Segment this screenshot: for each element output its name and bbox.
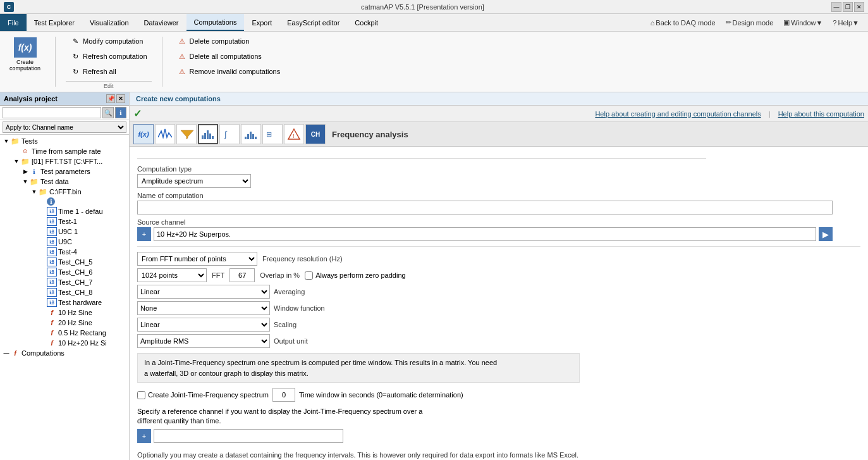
tree-item-time-1[interactable]: ㎅ Time 1 - defau <box>0 206 129 216</box>
comp-type-damage[interactable]: ! <box>284 124 304 144</box>
computation-type-select[interactable]: Amplitude spectrum Phase spectrum Power … <box>137 174 251 188</box>
comp-type-channel[interactable]: CH <box>305 124 326 144</box>
menu-export[interactable]: Export <box>244 14 279 31</box>
tree-item-test-ch5[interactable]: ㎅ Test_CH_5 <box>0 257 129 267</box>
tree-toggle-comp[interactable]: — <box>3 350 10 356</box>
tree-toggle-td[interactable]: ▼ <box>21 178 29 185</box>
sidebar-info-button[interactable]: ℹ <box>115 107 126 118</box>
restore-button[interactable]: ❐ <box>843 2 853 12</box>
ref-channel-button[interactable]: + <box>137 429 151 443</box>
tree-item-test-params[interactable]: ▶ ℹ Test parameters <box>0 166 129 177</box>
sidebar-pin-button[interactable]: 📌 <box>106 94 115 103</box>
channel-icon-u9c: ㎅ <box>47 237 57 246</box>
tree-item-10-20hz[interactable]: f 10 Hz+20 Hz Si <box>0 338 129 348</box>
edit-group-label: Edit <box>66 81 152 89</box>
menu-visualization[interactable]: Visualization <box>82 14 137 31</box>
fft-from-select[interactable]: From FFT number of points From frequency… <box>137 252 257 266</box>
menu-computations[interactable]: Computations <box>186 14 245 31</box>
tree-item-u9c[interactable]: ㎅ U9C <box>0 237 129 247</box>
svg-text:∫: ∫ <box>224 129 228 139</box>
comp-type-waveform[interactable] <box>155 124 175 144</box>
freq-res-value[interactable] <box>229 268 255 282</box>
source-channel-input[interactable] <box>154 227 816 241</box>
joint-checkbox-row: Create Joint-Time-Frequency spectrum Tim… <box>137 388 860 402</box>
refresh-computation-button[interactable]: ↻ Refresh computation <box>66 49 152 63</box>
tree-item-fft-tst[interactable]: ▼ 📁 [01] FFT.TST [C:\FFT... <box>0 156 129 166</box>
delete-label: Delete computation <box>190 37 250 45</box>
sidebar-filter-select[interactable]: Apply to: Channel name <box>3 121 126 133</box>
tree-item-test-1[interactable]: ㎅ Test-1 <box>0 216 129 227</box>
tree-toggle-tests[interactable]: ▼ <box>3 138 10 144</box>
fft-type-label: FFT <box>212 271 224 279</box>
scaling-select[interactable]: Linear dB dB(A) <box>137 318 270 332</box>
source-channel-button[interactable]: + <box>137 227 151 241</box>
tree-item-test-hardware[interactable]: ㎅ Test hardware <box>0 297 129 308</box>
tree-item-tests[interactable]: ▼ 📁 Tests <box>0 136 129 146</box>
comp-type-filter[interactable] <box>176 124 197 144</box>
window-button[interactable]: ▣ Window▼ <box>779 17 826 28</box>
tree-item-test4[interactable]: ㎅ Test-4 <box>0 247 129 257</box>
tree-item-20hz[interactable]: f 20 Hz Sine <box>0 318 129 328</box>
tree-item-u9c1[interactable]: ㎅ U9C 1 <box>0 227 129 237</box>
help-link-1[interactable]: Help about creating and editing computat… <box>595 110 761 118</box>
tree-toggle-fft[interactable]: ▼ <box>13 158 20 165</box>
tree-item-time-sample[interactable]: ⊙ Time from sample rate <box>0 146 129 156</box>
menu-file[interactable]: File <box>0 14 27 31</box>
sidebar-search-input[interactable] <box>3 107 101 118</box>
menu-easyscript[interactable]: EasyScript editor <box>279 14 347 31</box>
refresh-all-button[interactable]: ↻ Refresh all <box>66 65 152 78</box>
joint-checkbox[interactable] <box>137 391 145 399</box>
fft-points-select[interactable]: 1024 points 512 points 2048 points 4096 … <box>137 268 207 282</box>
tree-toggle-tp[interactable]: ▶ <box>21 168 29 175</box>
modify-computation-button[interactable]: ✎ Modify computation <box>66 34 152 48</box>
menu-test-explorer[interactable]: Test Explorer <box>27 14 82 31</box>
tree-label-fft-tst: [01] FFT.TST [C:\FFT... <box>32 158 102 165</box>
comp-type-integral[interactable]: ∫ <box>219 124 240 144</box>
close-button[interactable]: ✕ <box>854 2 864 12</box>
channel-icon-hardware: ㎅ <box>47 298 57 307</box>
averaging-select[interactable]: Linear Exponential None <box>137 285 270 299</box>
sidebar-close-button[interactable]: ✕ <box>116 94 125 103</box>
delete-computation-button[interactable]: ⚠ Delete computation <box>173 34 285 48</box>
zero-padding-checkbox[interactable] <box>305 271 313 280</box>
name-input[interactable] <box>137 201 833 214</box>
averaging-row: Linear Exponential None Averaging <box>137 285 860 299</box>
tree-label-test-hardware: Test hardware <box>58 299 102 306</box>
window-func-select[interactable]: None Hanning Hamming Flat Top Blackman-H… <box>137 301 270 315</box>
tree-item-computations[interactable]: — f Computations <box>0 348 129 358</box>
tree-item-test-ch7[interactable]: ㎅ Test_CH_7 <box>0 277 129 287</box>
design-mode-button[interactable]: ✏ Design mode <box>722 17 778 28</box>
tree-toggle-bin[interactable]: ▼ <box>30 189 38 195</box>
comp-type-fft[interactable] <box>198 124 218 144</box>
remove-invalid-button[interactable]: ⚠ Remove invalid computations <box>173 65 285 78</box>
tree-item-10hz[interactable]: f 10 Hz Sine <box>0 308 129 318</box>
create-computation-button[interactable]: f(x) Createcomputation <box>5 34 45 75</box>
delete-all-button[interactable]: ⚠ Delete all computations <box>173 49 285 63</box>
comp-type-level[interactable]: ⊞ <box>262 124 283 144</box>
accept-button[interactable]: ✓ <box>133 108 142 120</box>
help-link-2[interactable]: Help about this computation <box>778 110 864 118</box>
joint-time-input[interactable] <box>272 388 295 402</box>
help-button[interactable]: ? Help▼ <box>829 18 863 28</box>
svg-rect-2 <box>207 130 209 139</box>
back-daq-button[interactable]: ⌂ Back to DAQ mode <box>647 18 719 28</box>
source-channel-edit-button[interactable]: ▶ <box>819 227 833 241</box>
channel-icon-test4: ㎅ <box>47 247 57 256</box>
tree-label-test-ch6: Test_CH_6 <box>58 268 92 276</box>
menu-dataviewer[interactable]: Dataviewer <box>137 14 186 31</box>
tree-item-info[interactable]: ℹ <box>0 197 129 206</box>
sidebar-search-button[interactable]: 🔍 <box>102 107 114 118</box>
comp-type-histogram[interactable] <box>241 124 261 144</box>
tree-item-test-ch8[interactable]: ㎅ Test_CH_8 <box>0 287 129 297</box>
menu-cockpit[interactable]: Cockpit <box>347 14 386 31</box>
comp-type-formula[interactable]: f(x) <box>133 124 154 144</box>
remove-invalid-label: Remove invalid computations <box>190 68 281 75</box>
tree-item-test-data[interactable]: ▼ 📁 Test data <box>0 177 129 187</box>
tree-item-test-ch6[interactable]: ㎅ Test_CH_6 <box>0 267 129 277</box>
tree-item-05hz[interactable]: f 0.5 Hz Rectang <box>0 328 129 338</box>
tree-item-c-fft-bin[interactable]: ▼ 📁 C:\FFT.bin <box>0 187 129 197</box>
minimize-button[interactable]: — <box>831 2 841 12</box>
ref-channel-input[interactable] <box>154 429 343 443</box>
delete-icon: ⚠ <box>177 36 187 46</box>
output-unit-select[interactable]: Amplitude RMS Amplitude Peak Power <box>137 334 270 348</box>
